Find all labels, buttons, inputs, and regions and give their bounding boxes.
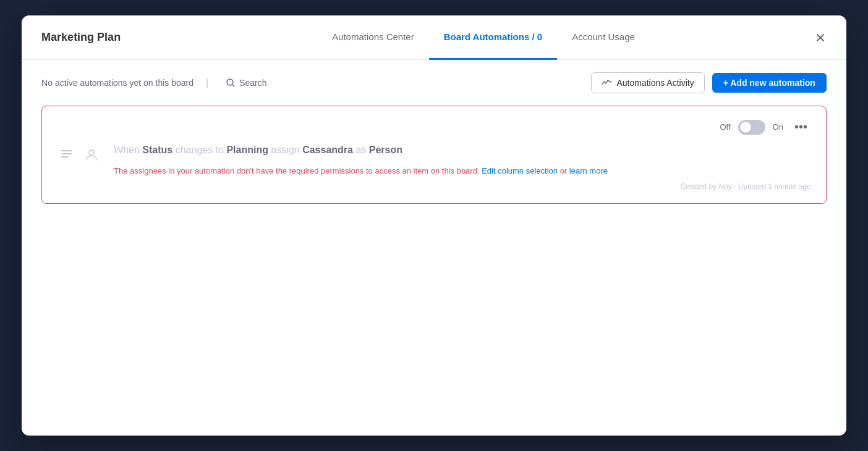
person-keyword: Person: [369, 145, 402, 155]
automation-toggle[interactable]: [738, 120, 765, 135]
search-icon: [226, 78, 236, 88]
toggle-thumb: [740, 122, 751, 133]
warning-text: The assignees in your automation don't h…: [114, 166, 479, 175]
rule-assign: assign: [268, 145, 302, 155]
no-automations-label: No active automations yet on this board: [41, 78, 194, 88]
toolbar-right: Automations Activity + Add new automatio…: [591, 72, 827, 93]
automation-footer: Created by Noy · Updated 1 minute ago: [57, 182, 811, 191]
svg-point-4: [89, 150, 94, 155]
search-button[interactable]: Search: [221, 75, 271, 90]
toolbar-separator: |: [206, 77, 208, 88]
modal-tabs: Automations Center Board Automations / 0…: [140, 15, 827, 60]
rule-as: as: [353, 145, 369, 155]
edit-column-link[interactable]: Edit column selection: [482, 166, 558, 175]
automation-meta: Created by Noy · Updated 1 minute ago: [680, 182, 811, 191]
tab-automations-center[interactable]: Automations Center: [317, 15, 429, 60]
list-icon-svg: [59, 148, 74, 162]
activity-icon: [602, 78, 611, 88]
tab-account-usage[interactable]: Account Usage: [557, 15, 650, 60]
toggle-track: [738, 120, 765, 135]
learn-more-link[interactable]: learn more: [569, 166, 608, 175]
toggle-on-label: On: [773, 122, 783, 132]
status-keyword: Status: [142, 145, 172, 155]
modal-toolbar: No active automations yet on this board …: [22, 60, 846, 106]
modal-content: Off On •••: [22, 106, 846, 436]
svg-rect-3: [61, 156, 69, 158]
rule-changes: changes to: [172, 145, 226, 155]
svg-rect-1: [61, 150, 72, 151]
automation-modal: Marketing Plan Automations Center Board …: [22, 15, 846, 436]
automation-card: Off On •••: [41, 106, 827, 204]
more-options-button[interactable]: •••: [791, 119, 811, 135]
person-icon-svg: [84, 148, 99, 162]
add-automation-button[interactable]: + Add new automation: [712, 73, 827, 93]
add-automation-label: + Add new automation: [723, 78, 815, 88]
person-name: Cassandra: [302, 145, 353, 155]
tab-board-automations[interactable]: Board Automations / 0: [429, 15, 557, 60]
automation-body: When Status changes to Planning assign C…: [57, 143, 811, 177]
planning-keyword: Planning: [226, 145, 268, 155]
automation-rule-text: When Status changes to Planning assign C…: [114, 143, 608, 158]
modal-header: Marketing Plan Automations Center Board …: [22, 15, 846, 60]
close-button[interactable]: [809, 27, 832, 49]
search-label: Search: [239, 78, 266, 88]
person-icon: [82, 145, 101, 165]
automations-activity-label: Automations Activity: [616, 78, 694, 88]
card-top-controls: Off On •••: [57, 119, 811, 135]
rule-prefix: When: [114, 145, 142, 155]
svg-rect-2: [61, 153, 72, 154]
automation-details: When Status changes to Planning assign C…: [114, 143, 608, 177]
or-text: or: [560, 166, 569, 175]
automation-icons: [57, 145, 101, 165]
more-dots-icon: •••: [794, 120, 807, 134]
toggle-off-label: Off: [720, 122, 730, 132]
close-icon: [814, 32, 827, 44]
automation-warning: The assignees in your automation don't h…: [114, 165, 608, 177]
modal-title: Marketing Plan: [41, 31, 140, 44]
list-icon: [57, 145, 77, 165]
automations-activity-button[interactable]: Automations Activity: [591, 72, 704, 93]
